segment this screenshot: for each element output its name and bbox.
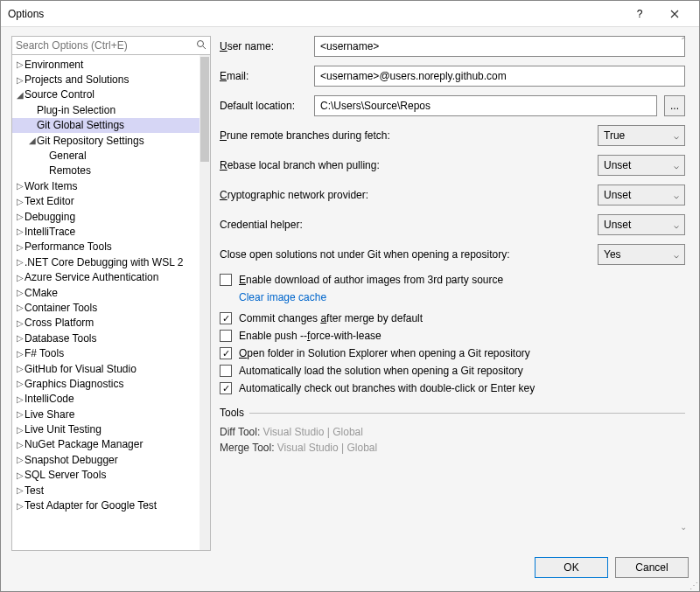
expand-icon[interactable]: ▷ xyxy=(16,257,24,267)
crypto-select[interactable]: Unset xyxy=(598,185,685,205)
tree-scrollbar[interactable] xyxy=(200,55,210,550)
email-input[interactable] xyxy=(314,66,685,87)
tree-node-label: Live Share xyxy=(24,408,74,421)
tree-node[interactable]: ▷Text Editor xyxy=(12,194,200,209)
tree-node[interactable]: ▷Work Items xyxy=(12,178,200,193)
tree-node-label: Git Repository Settings xyxy=(37,135,144,147)
tree-node[interactable]: ▷SQL Server Tools xyxy=(12,468,200,483)
chk-commit-after-merge[interactable]: ✓ xyxy=(220,312,232,324)
chk-auto-checkout[interactable]: ✓ xyxy=(220,382,232,394)
tree-node-label: F# Tools xyxy=(24,347,64,359)
prune-select[interactable]: True xyxy=(598,125,685,146)
expand-icon[interactable]: ▷ xyxy=(16,379,24,388)
tree-node[interactable]: ▷Database Tools xyxy=(12,331,200,345)
chk-author-images[interactable] xyxy=(220,274,232,286)
tree-node[interactable]: ▷Test xyxy=(12,483,200,498)
tree-node[interactable]: ▷CMake xyxy=(12,285,200,300)
tree-node[interactable]: ▷Test Adapter for Google Test xyxy=(12,498,200,512)
collapse-icon[interactable]: ◢ xyxy=(16,90,24,100)
tree-node[interactable]: ▷Live Unit Testing xyxy=(12,421,200,436)
merge-tool-global[interactable]: Global xyxy=(346,442,377,454)
tree-node[interactable]: ▷GitHub for Visual Studio xyxy=(12,361,200,376)
expand-icon[interactable]: ▷ xyxy=(16,349,24,359)
tree-node[interactable]: ▷F# Tools xyxy=(12,345,200,360)
tree-node[interactable]: ▷Cross Platform xyxy=(12,316,200,331)
close-button[interactable] xyxy=(657,1,692,27)
clear-cache-link[interactable]: Clear image cache xyxy=(239,291,685,303)
rebase-select[interactable]: Unset xyxy=(598,155,685,176)
tree-node-label: Cross Platform xyxy=(24,317,94,329)
help-button[interactable]: ? xyxy=(622,1,657,27)
expand-icon[interactable]: ▷ xyxy=(16,470,24,480)
tree-node[interactable]: ▷Performance Tools xyxy=(12,240,200,254)
collapse-icon[interactable]: ◢ xyxy=(28,136,37,145)
expand-icon[interactable]: ▷ xyxy=(16,273,24,282)
expand-icon[interactable]: ▷ xyxy=(16,303,24,312)
expand-icon[interactable]: ▷ xyxy=(16,364,24,373)
tree-node[interactable]: ▷Debugging xyxy=(12,209,200,224)
tree-node[interactable]: ◢Git Repository Settings xyxy=(12,133,200,148)
location-input[interactable] xyxy=(314,95,657,116)
tree-node[interactable]: ▷Graphics Diagnostics xyxy=(12,376,200,391)
diff-tool-vs[interactable]: Visual Studio xyxy=(263,426,325,438)
tree-node[interactable]: Plug-in Selection xyxy=(12,102,200,117)
tree-node[interactable]: ▷IntelliCode xyxy=(12,392,200,407)
chk-open-folder[interactable]: ✓ xyxy=(220,347,232,359)
chk-force-lease[interactable] xyxy=(220,330,232,342)
expand-icon[interactable]: ▷ xyxy=(16,59,24,69)
tree-node[interactable]: ◢Source Control xyxy=(12,87,200,102)
expand-icon[interactable]: ▷ xyxy=(16,455,24,464)
tree-node-label: Work Items xyxy=(24,180,77,192)
search-box[interactable] xyxy=(11,36,211,55)
window-title: Options xyxy=(8,8,622,20)
options-tree[interactable]: ▷Environment▷Projects and Solutions◢Sour… xyxy=(12,55,200,550)
tree-node[interactable]: ▷NuGet Package Manager xyxy=(12,437,200,452)
diff-tool-row: Diff Tool: Visual Studio | Global xyxy=(220,426,685,438)
diff-tool-global[interactable]: Global xyxy=(332,426,363,438)
cred-label: Credential helper: xyxy=(220,219,591,231)
tree-node[interactable]: ▷Azure Service Authentication xyxy=(12,269,200,284)
chk-commit-after-merge-label: Commit changes after merge by default xyxy=(239,312,423,324)
expand-icon[interactable]: ▷ xyxy=(16,288,24,297)
expand-icon[interactable]: ▷ xyxy=(16,440,24,449)
tree-node[interactable]: ▷Live Share xyxy=(12,407,200,421)
resize-grip-icon[interactable]: ⋰ xyxy=(690,581,698,590)
tree-node[interactable]: General xyxy=(12,148,200,163)
tree-node[interactable]: ▷Projects and Solutions xyxy=(12,72,200,87)
expand-icon[interactable]: ▷ xyxy=(16,501,24,511)
tree-node-label: Azure Service Authentication xyxy=(24,271,158,283)
expand-icon[interactable]: ▷ xyxy=(16,485,24,495)
expand-icon[interactable]: ▷ xyxy=(16,425,24,435)
merge-tool-vs[interactable]: Visual Studio xyxy=(277,442,339,454)
browse-button[interactable]: ... xyxy=(664,95,685,116)
tree-node[interactable]: Git Global Settings xyxy=(12,118,200,133)
expand-icon[interactable]: ▷ xyxy=(16,409,24,419)
tree-node[interactable]: ▷Environment xyxy=(12,57,200,72)
search-input[interactable] xyxy=(12,37,192,54)
close-sol-select[interactable]: Yes xyxy=(598,244,685,265)
expand-icon[interactable]: ▷ xyxy=(16,394,24,404)
expand-icon[interactable]: ▷ xyxy=(16,181,24,191)
tree-node[interactable]: Remotes xyxy=(12,164,200,178)
expand-icon[interactable]: ▷ xyxy=(16,75,24,85)
cancel-button[interactable]: Cancel xyxy=(615,557,689,578)
ok-button[interactable]: OK xyxy=(535,557,608,578)
expand-icon[interactable]: ▷ xyxy=(16,318,24,328)
expand-icon[interactable]: ▷ xyxy=(16,226,24,236)
chk-author-images-label: Enable download of author images from 3r… xyxy=(239,274,503,286)
scroll-down-icon[interactable]: ⌄ xyxy=(680,522,687,532)
username-input[interactable] xyxy=(314,36,685,57)
chk-auto-load-sln[interactable] xyxy=(220,365,232,377)
expand-icon[interactable]: ▷ xyxy=(16,242,24,252)
expand-icon[interactable]: ▷ xyxy=(16,333,24,343)
tree-node[interactable]: ▷IntelliTrace xyxy=(12,224,200,239)
tree-node-label: Projects and Solutions xyxy=(24,73,129,86)
expand-icon[interactable]: ▷ xyxy=(16,212,24,221)
tree-node[interactable]: ▷.NET Core Debugging with WSL 2 xyxy=(12,254,200,269)
tree-node[interactable]: ▷Container Tools xyxy=(12,300,200,315)
scroll-up-icon[interactable]: ⌃ xyxy=(680,36,687,45)
tree-node[interactable]: ▷Snapshot Debugger xyxy=(12,452,200,467)
expand-icon[interactable]: ▷ xyxy=(16,197,24,206)
scrollbar-thumb[interactable] xyxy=(200,57,209,162)
cred-select[interactable]: Unset xyxy=(598,214,685,235)
